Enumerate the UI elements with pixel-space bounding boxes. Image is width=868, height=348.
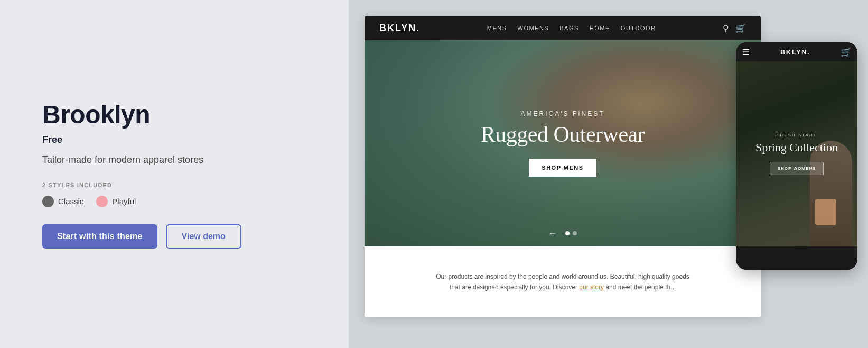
mobile-menu-icon: ☰ bbox=[742, 47, 750, 57]
mobile-screen: ☰ BKLYN. 🛒 FRESH START Spring Collection… bbox=[736, 42, 857, 270]
carousel-prev-icon[interactable]: ← bbox=[548, 228, 557, 238]
style-classic[interactable]: Classic bbox=[42, 196, 83, 207]
carousel-dots bbox=[565, 231, 577, 235]
our-story-link[interactable]: our story bbox=[579, 283, 604, 291]
right-panel: BKLYN. MENS WOMENS BAGS HOME OUTDOOR ⚲ 🛒… bbox=[349, 0, 868, 348]
store-bottom: Our products are inspired by the people … bbox=[365, 246, 761, 317]
hero-content: AMERICA'S FINEST Rugged Outerwear SHOP M… bbox=[481, 110, 645, 177]
bottom-text-2: and meet the people th... bbox=[605, 283, 676, 291]
view-demo-button[interactable]: View demo bbox=[166, 224, 241, 249]
hero-title: Rugged Outerwear bbox=[481, 122, 645, 147]
carousel-dot-2[interactable] bbox=[573, 231, 577, 235]
left-panel: Brooklyn Free Tailor-made for modern app… bbox=[0, 0, 349, 348]
mobile-hero-content: FRESH START Spring Collection SHOP WOMEN… bbox=[748, 133, 845, 175]
buttons-row: Start with this theme View demo bbox=[42, 224, 306, 249]
mobile-preview: ☰ BKLYN. 🛒 FRESH START Spring Collection… bbox=[736, 42, 857, 270]
store-nav-icons: ⚲ 🛒 bbox=[723, 23, 746, 33]
mobile-navbar: ☰ BKLYN. 🛒 bbox=[736, 42, 857, 61]
nav-bags: BAGS bbox=[559, 25, 579, 31]
playful-dot bbox=[96, 196, 108, 207]
mobile-logo: BKLYN. bbox=[780, 48, 810, 56]
carousel-controls: ← bbox=[548, 228, 577, 238]
shop-womens-button[interactable]: SHOP WOMENS bbox=[770, 162, 824, 175]
nav-womens: WOMENS bbox=[518, 25, 549, 31]
store-bottom-text: Our products are inspired by the people … bbox=[431, 271, 695, 293]
classic-dot bbox=[42, 196, 54, 207]
theme-title: Brooklyn bbox=[42, 100, 306, 129]
hero-section: AMERICA'S FINEST Rugged Outerwear SHOP M… bbox=[365, 40, 761, 246]
mobile-hero-title: Spring Collection bbox=[755, 141, 838, 154]
mobile-cart-icon: 🛒 bbox=[841, 47, 851, 57]
start-theme-button[interactable]: Start with this theme bbox=[42, 224, 157, 249]
styles-row: Classic Playful bbox=[42, 196, 306, 207]
shop-mens-button[interactable]: SHOP MENS bbox=[529, 159, 596, 177]
mobile-bag bbox=[815, 199, 836, 225]
theme-description: Tailor-made for modern apparel stores bbox=[42, 153, 306, 167]
hero-subtitle: AMERICA'S FINEST bbox=[481, 110, 645, 117]
store-logo: BKLYN. bbox=[379, 23, 420, 34]
classic-label: Classic bbox=[58, 197, 83, 206]
desktop-preview: BKLYN. MENS WOMENS BAGS HOME OUTDOOR ⚲ 🛒… bbox=[365, 16, 761, 317]
store-navbar: BKLYN. MENS WOMENS BAGS HOME OUTDOOR ⚲ 🛒 bbox=[365, 16, 761, 40]
playful-label: Playful bbox=[112, 197, 136, 206]
nav-outdoor: OUTDOOR bbox=[621, 25, 656, 31]
nav-home: HOME bbox=[590, 25, 610, 31]
styles-label: 2 STYLES INCLUDED bbox=[42, 182, 306, 188]
theme-price: Free bbox=[42, 134, 306, 145]
carousel-dot-1[interactable] bbox=[565, 231, 570, 235]
mobile-hero: FRESH START Spring Collection SHOP WOMEN… bbox=[736, 61, 857, 246]
store-nav-links: MENS WOMENS BAGS HOME OUTDOOR bbox=[487, 25, 656, 31]
nav-mens: MENS bbox=[487, 25, 507, 31]
cart-icon: 🛒 bbox=[735, 23, 746, 33]
style-playful[interactable]: Playful bbox=[96, 196, 136, 207]
search-icon: ⚲ bbox=[723, 23, 729, 33]
mobile-hero-subtitle: FRESH START bbox=[755, 133, 838, 138]
